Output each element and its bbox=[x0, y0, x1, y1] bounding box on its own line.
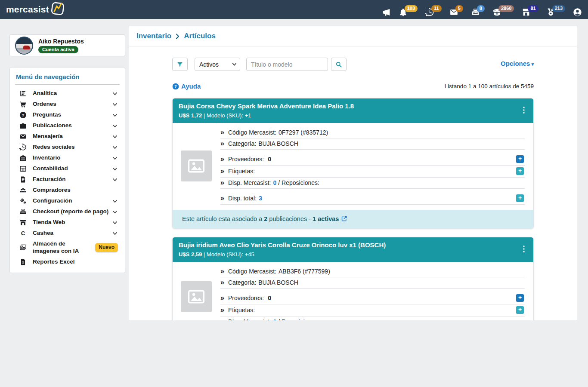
notification-badge: 2860 bbox=[498, 5, 514, 12]
photo-icon bbox=[187, 287, 206, 306]
active-publications-link[interactable]: 1 activas bbox=[313, 215, 347, 222]
menu-item-label: Cashea bbox=[33, 230, 109, 237]
article-row-proveedores: »Proveedores:0+ bbox=[220, 154, 525, 166]
double-chevron-icon: » bbox=[220, 295, 224, 301]
row-value[interactable]: 3 bbox=[259, 195, 262, 202]
article-card-body: »Código Mercasist:0F7297 (#835712)»Categ… bbox=[173, 123, 533, 210]
add-etiquetas-button[interactable]: + bbox=[516, 306, 524, 314]
kebab-menu-icon[interactable] bbox=[520, 244, 528, 254]
breadcrumb-divider bbox=[129, 46, 577, 46]
cash-register-icon bbox=[19, 208, 27, 215]
breadcrumb-articulos[interactable]: Artículos bbox=[184, 32, 216, 40]
double-chevron-icon: » bbox=[220, 307, 224, 313]
megaphone-icon bbox=[382, 8, 391, 17]
sidebar-item-tienda-web[interactable]: Tienda Web bbox=[15, 217, 120, 228]
row-value[interactable]: 0 bbox=[273, 179, 276, 186]
whatsapp-icon bbox=[19, 144, 27, 151]
row-value: 0 bbox=[268, 295, 271, 301]
add-proveedores-button[interactable]: + bbox=[516, 155, 524, 163]
sidebar-item-compradores[interactable]: Compradores bbox=[15, 185, 120, 196]
menu-item-label: Almacén de imagenes con IA bbox=[33, 240, 92, 255]
row-value: ABB3F6 (#777599) bbox=[279, 268, 330, 275]
search-input[interactable] bbox=[246, 58, 328, 71]
navigation-menu-card: Menú de navegación AnalíticaOrdenes?Preg… bbox=[9, 67, 125, 273]
help-link[interactable]: ? Ayuda bbox=[172, 83, 201, 90]
notification-badge: 81 bbox=[528, 5, 538, 12]
double-chevron-icon: » bbox=[220, 179, 224, 186]
svg-text:?: ? bbox=[174, 84, 177, 89]
image-placeholder bbox=[181, 281, 212, 312]
invoice-icon bbox=[19, 176, 27, 183]
chevron-down-icon bbox=[112, 112, 118, 118]
account-profile-card[interactable]: Aiko Repuestos Cuenta activa bbox=[9, 34, 125, 56]
menu-item-label: Publicaciones bbox=[33, 122, 109, 129]
add-etiquetas-button[interactable]: + bbox=[516, 167, 524, 175]
sidebar-item-cashea[interactable]: CCashea bbox=[15, 228, 120, 239]
article-rows: »Código Mercasist:ABB3F6 (#777599)»Categ… bbox=[220, 266, 525, 321]
navbar-item-cash-register[interactable]: 8 bbox=[471, 6, 485, 17]
sidebar-item-ordenes[interactable]: Ordenes bbox=[15, 99, 120, 110]
article-row-codigo-mercasist: »Código Mercasist:0F7297 (#835712) bbox=[220, 127, 525, 138]
navbar-item-whatsapp[interactable]: 11 bbox=[425, 6, 442, 17]
status-filter-select[interactable]: Activos bbox=[195, 58, 240, 71]
article-title: Bujia Corsa Chevy Spark Meriva Adventure… bbox=[179, 102, 527, 111]
filter-button[interactable] bbox=[172, 58, 188, 71]
navbar-item-envelope[interactable]: 5 bbox=[449, 6, 463, 17]
caret-down-icon: ▾ bbox=[531, 61, 534, 67]
question-circle-icon: ? bbox=[172, 83, 179, 90]
search-button[interactable] bbox=[331, 58, 347, 71]
navbar-item-user-circle[interactable] bbox=[573, 6, 582, 17]
row-value: 0 bbox=[268, 156, 271, 163]
row-value: BUJIA BOSCH bbox=[258, 279, 298, 286]
menu-item-label: Analítica bbox=[33, 90, 109, 97]
article-row-etiquetas: »Etiquetas:+ bbox=[220, 304, 525, 316]
sidebar-item-reportes-excel[interactable]: XReportes Excel bbox=[15, 257, 120, 267]
sidebar-item-checkout-reporte-de-pago[interactable]: Checkout (reporte de pago) bbox=[15, 206, 120, 217]
sidebar-item-facturacion[interactable]: Facturación bbox=[15, 174, 120, 185]
article-subtitle: U$S 2,59 | Modelo (SKU): +45 bbox=[179, 251, 527, 258]
navbar-item-open-box[interactable]: 2860 bbox=[492, 6, 514, 17]
chevron-right-icon bbox=[174, 33, 181, 40]
row-label: Disp. Mercasist: bbox=[228, 318, 271, 321]
sidebar-item-mensajeria[interactable]: Mensajería bbox=[15, 131, 120, 142]
row-label: Disp. total: bbox=[228, 195, 257, 202]
menu-item-label: Contabilidad bbox=[33, 165, 109, 172]
options-dropdown[interactable]: Opciones▾ bbox=[501, 60, 534, 67]
sidebar-item-publicaciones[interactable]: Publicaciones bbox=[15, 120, 120, 131]
sidebar-item-redes-sociales[interactable]: Redes sociales bbox=[15, 142, 120, 153]
navbar-status-icons: 1031158286081213 bbox=[377, 3, 582, 17]
article-card-header: Bujia Corsa Chevy Spark Meriva Adventure… bbox=[173, 98, 533, 123]
sidebar-item-contabilidad[interactable]: Contabilidad bbox=[15, 163, 120, 174]
sidebar-item-preguntas[interactable]: ?Preguntas bbox=[15, 110, 120, 120]
storefront-icon bbox=[19, 219, 27, 226]
sidebar-item-analitica[interactable]: Analítica bbox=[15, 88, 120, 99]
breadcrumb-inventario[interactable]: Inventario bbox=[136, 32, 171, 40]
user-circle-icon bbox=[573, 8, 582, 17]
sidebar-item-inventario[interactable]: Inventario bbox=[15, 153, 120, 163]
chevron-down-icon bbox=[112, 198, 118, 204]
navbar-item-megaphone[interactable] bbox=[382, 6, 391, 17]
double-chevron-icon: » bbox=[220, 279, 224, 286]
file-excel-icon: X bbox=[19, 258, 27, 266]
double-chevron-icon: » bbox=[220, 156, 224, 163]
navbar-item-bell[interactable]: 103 bbox=[399, 6, 418, 17]
double-chevron-icon: » bbox=[220, 129, 224, 136]
article-card-header: Bujia iridium Aveo Clio Yaris Corolla Cr… bbox=[173, 237, 533, 262]
meta-row: ? Ayuda Listando 1 a 100 artículos de 54… bbox=[172, 83, 534, 90]
sidebar-item-configuracion[interactable]: Configuración bbox=[15, 196, 120, 206]
article-row-disp-mercasist: »Disp. Mercasist:0 / Reposiciones: bbox=[220, 316, 525, 321]
add-proveedores-button[interactable]: + bbox=[516, 294, 524, 302]
menu-item-label: Ordenes bbox=[33, 101, 109, 108]
publications-info-bar: Este artículo esta asociado a 2 publicac… bbox=[173, 210, 533, 228]
add-disp-total-button[interactable]: + bbox=[516, 194, 524, 202]
sidebar-item-almacen-de-imagenes-con-ia[interactable]: Almacén de imagenes con IANuevo bbox=[15, 239, 120, 257]
row-label: Código Mercasist: bbox=[228, 268, 276, 275]
chevron-down-icon bbox=[112, 166, 118, 172]
navbar-item-medal[interactable]: 213 bbox=[546, 6, 565, 17]
navbar-item-storefront[interactable]: 81 bbox=[522, 6, 538, 17]
menu-item-label: Redes sociales bbox=[33, 144, 109, 151]
row-value[interactable]: 0 bbox=[273, 318, 276, 321]
kebab-menu-icon[interactable] bbox=[520, 105, 528, 115]
brand-logo[interactable]: mercasist bbox=[6, 3, 65, 16]
article-row-categoria: »Categoría:BUJIA BOSCH bbox=[220, 138, 525, 150]
